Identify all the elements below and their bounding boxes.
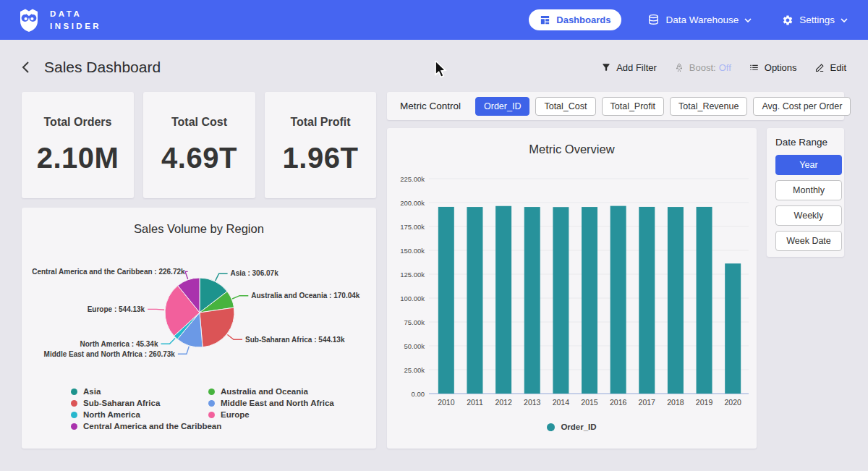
bar-2019[interactable] <box>697 207 712 394</box>
options-label: Options <box>765 62 797 73</box>
y-tick-label: 25.00k <box>404 366 425 374</box>
y-tick-label: 200.00k <box>400 199 425 207</box>
back-button[interactable] <box>22 61 30 74</box>
bar-2015[interactable] <box>582 207 597 394</box>
pie-slice-label: Europe : 544.13k <box>88 305 145 313</box>
pie-slice-label: Sub-Saharan Africa : 544.13k <box>245 336 345 344</box>
bar-2012[interactable] <box>495 206 511 394</box>
legend-label: Sub-Saharan Africa <box>83 399 160 407</box>
kpi-label: Total Profit <box>290 116 350 129</box>
legend-item-middle-east-and-north-africa[interactable]: Middle East and North Africa <box>208 397 334 409</box>
pencil-icon <box>814 62 825 73</box>
date-range-card: Date Range YearMonthlyWeeklyWeek Date <box>767 128 844 257</box>
kpi-value: 4.69T <box>161 142 237 174</box>
metric-option-total-cost[interactable]: Total_Cost <box>535 97 595 116</box>
list-icon <box>749 62 760 72</box>
y-tick-label: 100.00k <box>400 294 425 302</box>
legend-dot <box>71 389 77 395</box>
add-filter-label: Add Filter <box>616 62 657 73</box>
options-button[interactable]: Options <box>749 62 797 73</box>
legend-dot <box>547 423 555 431</box>
owl-logo-icon <box>16 8 42 33</box>
y-tick-label: 50.00k <box>404 342 425 350</box>
brand-text: DATA INSIDER <box>50 8 101 32</box>
pie-slice-sub-saharan-africa[interactable] <box>200 307 234 347</box>
date-range-label: Date Range <box>775 137 838 148</box>
date-option-year[interactable]: Year <box>775 155 842 175</box>
pie-leader-line <box>232 296 248 299</box>
legend-dot <box>71 412 77 418</box>
legend-dot <box>208 412 215 418</box>
legend-label: Order_ID <box>561 423 596 431</box>
rocket-icon <box>674 62 684 73</box>
chevron-down-icon <box>744 18 752 22</box>
legend-label: Central America and the Caribbean <box>83 422 221 430</box>
y-tick-label: 175.00k <box>400 223 425 231</box>
legend-dot <box>208 389 215 395</box>
metric-option-total-profit[interactable]: Total_Profit <box>602 97 665 116</box>
legend-item-australia-and-oceania[interactable]: Australia and Oceania <box>208 386 334 397</box>
x-tick-label: 2014 <box>553 398 570 407</box>
metric-option-avg-cost-per-order[interactable]: Avg. Cost per Order <box>753 97 851 116</box>
page-header: Sales Dashboard Add Filter Boost: Off <box>22 54 846 81</box>
legend-column: Australia and OceaniaMiddle East and Nor… <box>208 386 334 420</box>
date-option-monthly[interactable]: Monthly <box>775 180 842 200</box>
settings-menu[interactable]: Settings <box>778 14 852 27</box>
data-warehouse-menu[interactable]: Data Warehouse <box>643 13 756 27</box>
date-option-week-date[interactable]: Week Date <box>775 231 842 251</box>
metric-control-label: Metric Control <box>400 101 461 111</box>
metric-options: Order_IDTotal_CostTotal_ProfitTotal_Reve… <box>475 97 851 116</box>
pie-leader-line <box>216 273 228 281</box>
x-tick-label: 2015 <box>581 398 598 407</box>
navbar-menu: Dashboards Data Warehouse Settings <box>529 9 852 30</box>
chevron-left-icon <box>22 61 30 74</box>
legend-item-central-america-and-the-caribbean[interactable]: Central America and the Caribbean <box>71 420 221 432</box>
legend-item-north-america[interactable]: North America <box>71 409 221 420</box>
x-tick-label: 2010 <box>438 398 455 407</box>
bar-2013[interactable] <box>524 207 540 394</box>
pie-leader-line <box>178 347 189 355</box>
dashboards-button[interactable]: Dashboards <box>529 9 621 30</box>
bar-2020[interactable] <box>725 263 741 394</box>
pie-leader-line <box>227 335 242 340</box>
boost-toggle[interactable]: Boost: Off <box>674 62 731 73</box>
pie-slice-label: Asia : 306.07k <box>231 269 279 277</box>
bar-chart-title: Metric Overview <box>387 143 757 156</box>
x-tick-label: 2018 <box>667 398 684 407</box>
pie-slice-label: Central America and the Caribbean : 226.… <box>32 268 185 276</box>
chevron-down-icon <box>841 18 848 22</box>
boost-value: Off <box>719 62 731 73</box>
pie-slice-label: Australia and Oceania : 170.04k <box>251 292 360 300</box>
edit-label: Edit <box>830 62 846 73</box>
bar-chart-svg: 225.00k200.00k175.00k150.00k125.00k100.0… <box>387 164 757 417</box>
metric-option-total-revenue[interactable]: Total_Revenue <box>670 97 747 116</box>
kpi-card-total-orders: Total Orders 2.10M <box>22 92 134 198</box>
legend-item-europe[interactable]: Europe <box>208 409 334 420</box>
kpi-label: Total Cost <box>171 116 227 129</box>
bar-2018[interactable] <box>668 207 684 394</box>
add-filter-button[interactable]: Add Filter <box>601 62 657 73</box>
x-tick-label: 2012 <box>495 398 512 407</box>
header-toolbar: Add Filter Boost: Off Options <box>601 62 846 73</box>
bar-2010[interactable] <box>438 207 454 394</box>
bar-2011[interactable] <box>467 207 482 394</box>
filter-icon <box>601 62 611 72</box>
y-tick-label: 0.00 <box>412 390 425 398</box>
pie-leader-line <box>161 338 176 344</box>
x-tick-label: 2013 <box>524 398 541 407</box>
kpi-label: Total Orders <box>44 116 112 129</box>
bar-2016[interactable] <box>610 206 626 394</box>
metric-option-order-id[interactable]: Order_ID <box>475 97 529 116</box>
brand-line2: INSIDER <box>50 20 101 33</box>
date-option-weekly[interactable]: Weekly <box>775 205 842 226</box>
edit-button[interactable]: Edit <box>814 62 846 73</box>
brand-logo[interactable]: DATA INSIDER <box>16 8 101 33</box>
gear-icon <box>782 14 793 26</box>
bar-2017[interactable] <box>639 207 655 394</box>
metric-overview-card: Metric Overview 225.00k200.00k175.00k150… <box>387 128 757 449</box>
metric-control-bar: Metric Control Order_IDTotal_CostTotal_P… <box>387 92 844 120</box>
bar-2014[interactable] <box>553 207 569 394</box>
legend-item-sub-saharan-africa[interactable]: Sub-Saharan Africa <box>71 397 221 409</box>
bar-chart-plot: 225.00k200.00k175.00k150.00k125.00k100.0… <box>387 164 757 417</box>
legend-item-asia[interactable]: Asia <box>71 386 221 397</box>
